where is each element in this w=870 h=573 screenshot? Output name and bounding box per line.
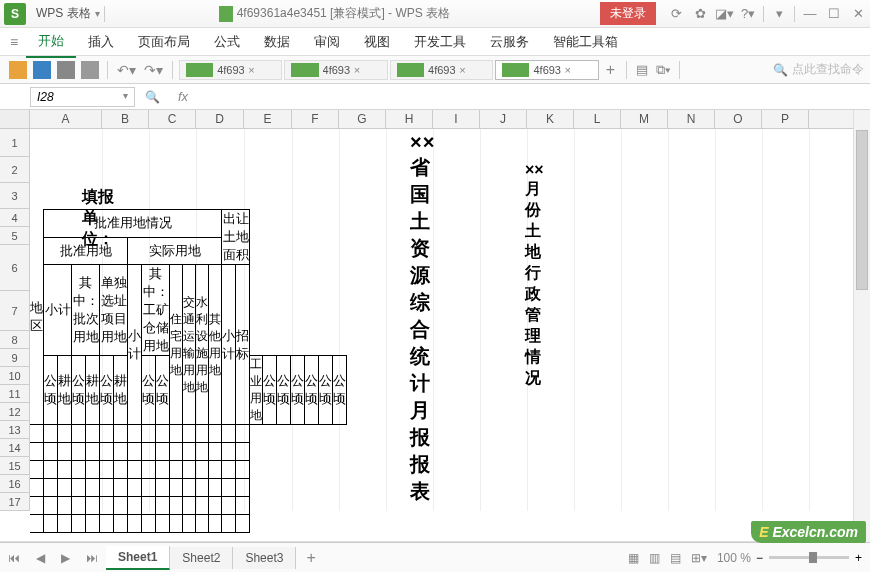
row-header-6[interactable]: 6 [0, 245, 30, 291]
print-icon[interactable] [57, 61, 75, 79]
col-header-M[interactable]: M [621, 110, 668, 128]
view-grid-icon[interactable]: ▦ [628, 551, 639, 565]
dropdown-icon[interactable]: ▾ [95, 8, 100, 19]
reading-mode-icon[interactable]: ⊞▾ [691, 551, 707, 565]
zoom-slider[interactable]: − + [756, 551, 862, 565]
tab-formula[interactable]: 公式 [202, 27, 252, 57]
row-header-12[interactable]: 12 [0, 403, 30, 421]
col-header-P[interactable]: P [762, 110, 809, 128]
col-header-H[interactable]: H [386, 110, 433, 128]
help-icon[interactable]: ?▾ [736, 0, 760, 28]
tab-data[interactable]: 数据 [252, 27, 302, 57]
doctab-1[interactable]: 4f693…3e61× [284, 60, 387, 80]
tab-view[interactable]: 视图 [352, 27, 402, 57]
undo-icon[interactable]: ↶▾ [117, 62, 136, 78]
zoom-in-icon[interactable]: + [855, 551, 862, 565]
tab-review[interactable]: 审阅 [302, 27, 352, 57]
row-header-9[interactable]: 9 [0, 349, 30, 367]
tab-dev[interactable]: 开发工具 [402, 27, 478, 57]
row-header-1[interactable]: 1 [0, 129, 30, 157]
tab-start[interactable]: 开始 [26, 26, 76, 58]
search-icon[interactable]: 🔍 [145, 90, 160, 104]
close-tab-icon[interactable]: × [248, 64, 275, 76]
row-header-3[interactable]: 3 [0, 183, 30, 209]
preview-icon[interactable] [81, 61, 99, 79]
doctab-2[interactable]: 4f693…bb31× [390, 60, 493, 80]
open-icon[interactable] [9, 61, 27, 79]
view-normal-icon[interactable]: ▥ [649, 551, 660, 565]
col-header-E[interactable]: E [244, 110, 292, 128]
row-header-14[interactable]: 14 [0, 439, 30, 457]
col-header-N[interactable]: N [668, 110, 715, 128]
zoom-track[interactable] [769, 556, 849, 559]
doclist-icon[interactable]: ▤ [636, 62, 648, 77]
row-header-7[interactable]: 7 [0, 291, 30, 331]
plus-icon[interactable]: ≡ [2, 34, 26, 50]
col-header-D[interactable]: D [196, 110, 244, 128]
col-header-G[interactable]: G [339, 110, 386, 128]
sync-icon[interactable]: ⟳ [664, 0, 688, 28]
select-all-corner[interactable] [0, 110, 30, 128]
col-header-O[interactable]: O [715, 110, 762, 128]
spreadsheet-grid[interactable]: ABCDEFGHIJKLMNOP 12345678910111213141516… [0, 110, 870, 542]
col-header-B[interactable]: B [102, 110, 149, 128]
tab-insert[interactable]: 插入 [76, 27, 126, 57]
window-icon[interactable]: ⧉▾ [656, 62, 670, 77]
minimize-icon[interactable]: ― [798, 0, 822, 28]
row-header-4[interactable]: 4 [0, 209, 30, 227]
sheet-nav-prev[interactable]: ◀ [28, 551, 53, 565]
sheet-nav-next[interactable]: ▶ [53, 551, 78, 565]
col-header-K[interactable]: K [527, 110, 574, 128]
name-box[interactable]: ▾ [30, 87, 135, 107]
save-icon[interactable] [33, 61, 51, 79]
command-search[interactable]: 🔍点此查找命令 [685, 61, 864, 78]
col-header-I[interactable]: I [433, 110, 480, 128]
close-icon[interactable]: ✕ [846, 0, 870, 28]
vscroll-thumb[interactable] [856, 130, 868, 290]
view-pagebreak-icon[interactable]: ▤ [670, 551, 681, 565]
add-tab-icon[interactable]: + [606, 61, 615, 79]
login-button[interactable]: 未登录 [600, 2, 656, 25]
row-header-15[interactable]: 15 [0, 457, 30, 475]
close-tab-icon[interactable]: × [459, 64, 486, 76]
settings-icon[interactable]: ✿ [688, 0, 712, 28]
zoom-out-icon[interactable]: − [756, 551, 763, 565]
fx-label[interactable]: fx [178, 89, 188, 104]
skin-icon[interactable]: ◪▾ [712, 0, 736, 28]
sheet-tab-2[interactable]: Sheet3 [233, 547, 296, 569]
sheet-nav-last[interactable]: ⏭ [78, 551, 106, 565]
add-sheet-icon[interactable]: + [296, 549, 325, 567]
zoom-knob[interactable] [809, 552, 817, 563]
zoom-value[interactable]: 100 % [717, 551, 751, 565]
col-header-C[interactable]: C [149, 110, 196, 128]
maximize-icon[interactable]: ☐ [822, 0, 846, 28]
doctab-3[interactable]: 4f693…3451× [495, 60, 598, 80]
row-header-5[interactable]: 5 [0, 227, 30, 245]
row-header-13[interactable]: 13 [0, 421, 30, 439]
col-header-F[interactable]: F [292, 110, 339, 128]
tab-layout[interactable]: 页面布局 [126, 27, 202, 57]
doctab-0[interactable]: 4f693…2a11× [179, 60, 282, 80]
close-tab-icon[interactable]: × [565, 64, 592, 76]
redo-icon[interactable]: ↷▾ [144, 62, 163, 78]
sheet-tab-1[interactable]: Sheet2 [170, 547, 233, 569]
dropdown-icon[interactable]: ▾ [123, 90, 128, 104]
sheet-nav-first[interactable]: ⏮ [0, 551, 28, 565]
col-header-L[interactable]: L [574, 110, 621, 128]
row-header-11[interactable]: 11 [0, 385, 30, 403]
row-header-10[interactable]: 10 [0, 367, 30, 385]
close-tab-icon[interactable]: × [354, 64, 381, 76]
vertical-scrollbar[interactable] [853, 110, 870, 542]
row-header-16[interactable]: 16 [0, 475, 30, 493]
row-header-8[interactable]: 8 [0, 331, 30, 349]
col-header-J[interactable]: J [480, 110, 527, 128]
row-header-2[interactable]: 2 [0, 157, 30, 183]
row-header-17[interactable]: 17 [0, 493, 30, 511]
restore-down-icon[interactable]: ▾ [767, 0, 791, 28]
report-title: ××省国土资源综合统计月报报表 [410, 131, 435, 505]
sheet-tab-0[interactable]: Sheet1 [106, 546, 170, 570]
cell-reference-input[interactable] [37, 90, 97, 104]
tab-tools[interactable]: 智能工具箱 [541, 27, 630, 57]
tab-cloud[interactable]: 云服务 [478, 27, 541, 57]
col-header-A[interactable]: A [30, 110, 102, 128]
